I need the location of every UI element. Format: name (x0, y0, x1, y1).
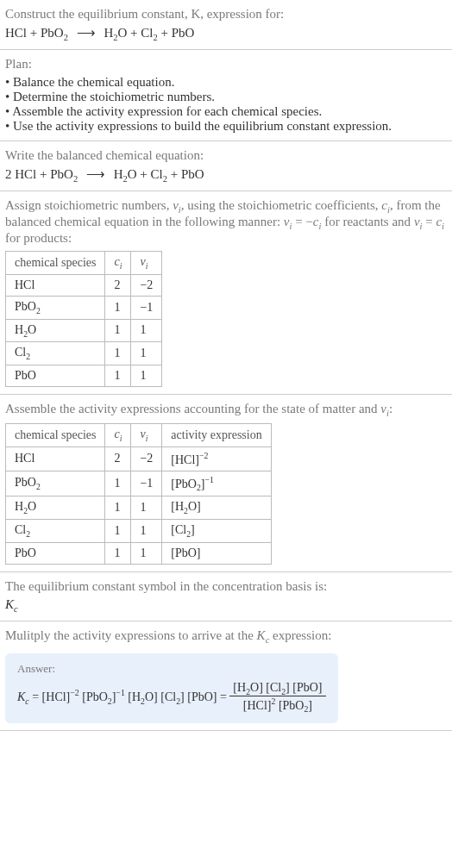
t: H (15, 323, 23, 336)
table-row: H2O11 (6, 319, 162, 342)
cell: 1 (105, 542, 131, 564)
t: H (15, 500, 23, 513)
nu: ν (414, 215, 420, 228)
plan-item: Determine the stoichiometric numbers. (5, 90, 447, 104)
table-row: PbO11 (6, 365, 162, 387)
eq-part: 2 HCl + PbO (5, 167, 73, 181)
t: O (28, 323, 36, 336)
cell: 1 (105, 319, 131, 342)
sub: i (120, 434, 122, 443)
cell: H2O (6, 319, 105, 342)
t: [HCl] (42, 690, 71, 703)
cell: −1 (131, 296, 162, 319)
kc-symbol: Kc (5, 597, 447, 614)
answer-section: Mulitply the activity expressions to arr… (0, 621, 452, 731)
cell: −2 (131, 446, 162, 471)
t: PbO (15, 300, 36, 313)
cell: 1 (131, 319, 162, 342)
t: PbO (15, 546, 36, 559)
text: Assign stoichiometric numbers, (5, 198, 173, 212)
e: −2 (70, 688, 78, 697)
e: −1 (116, 688, 124, 697)
plan-item: Assemble the activity expression for eac… (5, 104, 447, 119)
text: , using the stoichiometric coefficients, (181, 198, 382, 212)
col-c: ci (105, 424, 131, 447)
col-c: ci (105, 252, 131, 275)
cell: [H2O] (162, 496, 271, 520)
cell: [PbO] (162, 542, 271, 564)
kc-sub: c (14, 604, 18, 614)
t: ] [PbO] (286, 681, 322, 694)
t: [PbO (275, 699, 304, 712)
col-activity: activity expression (162, 424, 271, 447)
kc: K (5, 597, 14, 611)
initial-equation: HCl + PbO2 ⟶ H2O + Cl2 + PbO (5, 25, 447, 42)
col-species: chemical species (6, 424, 105, 447)
assign-section: Assign stoichiometric numbers, νi, using… (0, 191, 452, 395)
text: expression: (269, 628, 331, 642)
cell: 1 (105, 296, 131, 319)
balanced-heading: Write the balanced chemical equation: (5, 148, 447, 163)
t: Cl (15, 346, 26, 359)
numerator: [H2O] [Cl2] [PbO] (229, 681, 325, 697)
multiply-text: Mulitply the activity expressions to arr… (5, 628, 447, 645)
stoich-table: chemical species ci νi HCl2−2 PbO21−1 H2… (5, 251, 162, 387)
cell: 1 (131, 496, 162, 520)
cell: PbO2 (6, 471, 105, 496)
cell: 2 (105, 274, 131, 296)
text: for reactants and (321, 215, 413, 228)
table-row: H2O11[H2O] (6, 496, 272, 520)
eq-part: O + Cl (128, 167, 163, 181)
eq-part: H (104, 26, 113, 40)
cell: 1 (105, 365, 131, 387)
denominator: [HCl]2 [PbO2] (229, 696, 325, 714)
t: [H (233, 681, 246, 694)
t: O] [Cl (145, 690, 176, 703)
s: 2 (36, 482, 41, 491)
t: ] [PbO] = (180, 690, 229, 703)
table-header-row: chemical species ci νi (6, 252, 162, 275)
cell: HCl (6, 446, 105, 471)
e: −1 (204, 475, 213, 484)
text: : (389, 402, 392, 415)
t: [HCl] (243, 699, 272, 712)
activity-table: chemical species ci νi activity expressi… (5, 423, 272, 565)
answer-equation: Kc = [HCl]−2 [PbO2]−1 [H2O] [Cl2] [PbO] … (17, 681, 326, 715)
table-row: HCl2−2 (6, 274, 162, 296)
kc: K (257, 628, 266, 642)
table-row: HCl2−2[HCl]−2 (6, 446, 272, 471)
cell: H2O (6, 496, 105, 520)
plan-item: Balance the chemical equation. (5, 75, 447, 90)
text: Assemble the activity expressions accoun… (5, 402, 380, 415)
sub: i (120, 261, 122, 271)
cell: Cl2 (6, 342, 105, 365)
cell: 1 (131, 342, 162, 365)
answer-box: Answer: Kc = [HCl]−2 [PbO2]−1 [H2O] [Cl2… (5, 653, 338, 723)
cell: [PbO2]−1 (162, 471, 271, 496)
cell: −1 (131, 471, 162, 496)
cell: PbO (6, 542, 105, 564)
plan-heading: Plan: (5, 57, 447, 72)
text: = (422, 215, 436, 228)
t: PbO (15, 476, 36, 489)
t: ] (308, 699, 312, 712)
eq-part: + PbO (158, 26, 195, 40)
t: PbO (15, 369, 36, 382)
fraction: [H2O] [Cl2] [PbO] [HCl]2 [PbO2] (229, 681, 325, 715)
t: ] (191, 523, 195, 536)
sub: i (146, 261, 148, 271)
s: 2 (26, 352, 30, 361)
t: [PbO] (171, 546, 200, 559)
t: O] (188, 500, 201, 513)
s: 2 (26, 529, 30, 539)
cell: PbO2 (6, 296, 105, 319)
symbol-section: The equilibrium constant symbol in the c… (0, 572, 452, 621)
sub: i (146, 434, 148, 443)
plan-list: Balance the chemical equation. Determine… (5, 75, 447, 134)
t: Cl (15, 523, 26, 536)
col-species: chemical species (6, 252, 105, 275)
symbol-text: The equilibrium constant symbol in the c… (5, 579, 447, 594)
text: = − (292, 215, 312, 228)
cell: Cl2 (6, 519, 105, 542)
eq-part: + PbO (167, 167, 204, 181)
